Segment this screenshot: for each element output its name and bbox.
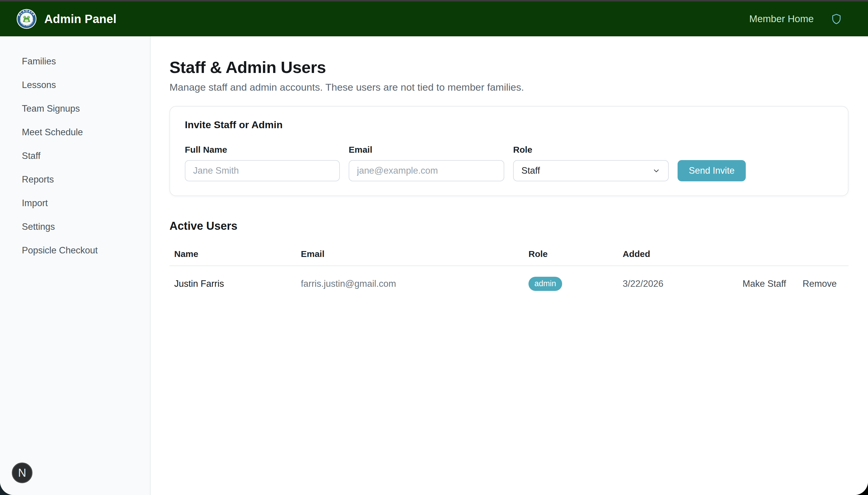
sidebar: Families Lessons Team Signups Meet Sched… bbox=[0, 36, 151, 495]
active-users-heading: Active Users bbox=[170, 220, 849, 233]
nextjs-devtools-button[interactable]: N bbox=[12, 462, 33, 483]
send-invite-button[interactable]: Send Invite bbox=[678, 160, 746, 181]
chevron-down-icon bbox=[652, 167, 660, 175]
sidebar-item-families[interactable]: Families bbox=[0, 50, 150, 73]
app-window: KLAHAYA SWIM AND TENNIS CLUB bbox=[0, 0, 868, 495]
sidebar-item-import[interactable]: Import bbox=[0, 191, 150, 215]
column-header-added: Added bbox=[623, 249, 741, 259]
member-home-link[interactable]: Member Home bbox=[749, 13, 814, 24]
email-label: Email bbox=[349, 145, 504, 155]
app-body: Families Lessons Team Signups Meet Sched… bbox=[0, 36, 868, 495]
sidebar-item-meet-schedule[interactable]: Meet Schedule bbox=[0, 120, 150, 144]
sidebar-item-settings[interactable]: Settings bbox=[0, 215, 150, 239]
role-selected-value: Staff bbox=[521, 165, 540, 176]
header-brand: KLAHAYA SWIM AND TENNIS CLUB bbox=[17, 9, 116, 29]
sidebar-item-team-signups[interactable]: Team Signups bbox=[0, 97, 150, 120]
main-content: Staff & Admin Users Manage staff and adm… bbox=[151, 36, 868, 495]
column-header-role: Role bbox=[528, 249, 623, 259]
nextjs-devtools-letter: N bbox=[18, 467, 26, 479]
user-added-date: 3/22/2026 bbox=[623, 278, 741, 289]
column-header-name: Name bbox=[170, 249, 301, 259]
role-field: Role Staff bbox=[513, 145, 669, 181]
club-logo: KLAHAYA SWIM AND TENNIS CLUB bbox=[17, 9, 37, 29]
user-email: farris.justin@gmail.com bbox=[301, 278, 528, 289]
browser-page: KLAHAYA SWIM AND TENNIS CLUB bbox=[0, 0, 868, 495]
role-badge: admin bbox=[528, 277, 562, 291]
top-header: KLAHAYA SWIM AND TENNIS CLUB bbox=[0, 1, 868, 36]
header-actions: Member Home bbox=[749, 13, 842, 25]
invite-card-heading: Invite Staff or Admin bbox=[185, 119, 833, 131]
email-field: Email bbox=[349, 145, 504, 181]
app-title: Admin Panel bbox=[44, 12, 116, 26]
sidebar-item-lessons[interactable]: Lessons bbox=[0, 73, 150, 97]
full-name-field: Full Name bbox=[185, 145, 340, 181]
row-actions: Make Staff Remove bbox=[743, 278, 849, 289]
table-row: Justin Farris farris.justin@gmail.com ad… bbox=[170, 266, 849, 300]
invite-card: Invite Staff or Admin Full Name Email Ro… bbox=[170, 106, 849, 196]
sidebar-item-popsicle-checkout[interactable]: Popsicle Checkout bbox=[0, 239, 150, 262]
sidebar-item-staff[interactable]: Staff bbox=[0, 144, 150, 168]
make-staff-link[interactable]: Make Staff bbox=[743, 278, 786, 289]
sidebar-item-reports[interactable]: Reports bbox=[0, 168, 150, 191]
invite-form-row: Full Name Email Role Staff bbox=[185, 145, 833, 181]
remove-link[interactable]: Remove bbox=[803, 278, 837, 289]
user-name: Justin Farris bbox=[170, 278, 301, 289]
full-name-input[interactable] bbox=[185, 160, 340, 181]
page-subtitle: Manage staff and admin accounts. These u… bbox=[170, 82, 849, 93]
page-title: Staff & Admin Users bbox=[170, 57, 849, 77]
column-header-email: Email bbox=[301, 249, 528, 259]
shield-icon[interactable] bbox=[831, 13, 842, 25]
email-input[interactable] bbox=[349, 160, 504, 181]
full-name-label: Full Name bbox=[185, 145, 340, 155]
table-header-row: Name Email Role Added bbox=[170, 244, 849, 266]
role-label: Role bbox=[513, 145, 669, 155]
user-role-cell: admin bbox=[528, 277, 623, 291]
active-users-table: Name Email Role Added Justin Farris farr… bbox=[170, 244, 849, 300]
role-select[interactable]: Staff bbox=[513, 160, 669, 181]
